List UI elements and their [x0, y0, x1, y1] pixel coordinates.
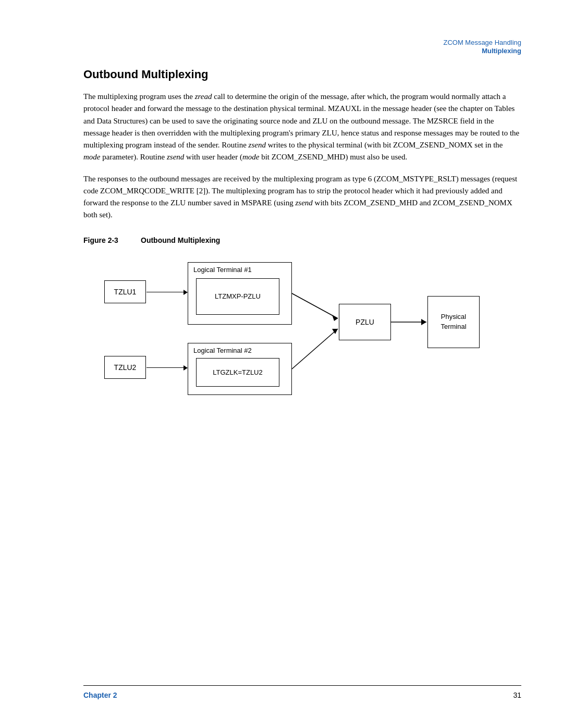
figure-number: Figure 2-3 [83, 236, 141, 244]
footer-chapter: Chapter 2 [83, 691, 117, 699]
figure-label: Figure 2-3 Outbound Multiplexing [83, 236, 521, 244]
svg-line-2 [292, 329, 338, 369]
diagram: Logical Terminal #1 LTZMXP-PZLU Logical … [83, 252, 490, 403]
figure-caption: Outbound Multiplexing [141, 236, 220, 244]
breadcrumb-current: Multiplexing [443, 47, 521, 55]
svg-line-0 [292, 293, 338, 318]
paragraph-2: The responses to the outbound messages a… [83, 173, 521, 221]
paragraph-1: The multiplexing program uses the zread … [83, 91, 521, 164]
breadcrumb-top[interactable]: ZCOM Message Handling [443, 39, 521, 46]
breadcrumb-nav: ZCOM Message Handling Multiplexing [443, 38, 521, 55]
main-content: Outbound Multiplexing The multiplexing p… [83, 68, 521, 403]
footer: Chapter 2 31 [83, 685, 521, 699]
section-title: Outbound Multiplexing [83, 68, 521, 81]
svg-marker-1 [332, 315, 338, 321]
page: ZCOM Message Handling Multiplexing Outbo… [0, 0, 563, 728]
svg-marker-5 [421, 319, 426, 325]
footer-page-number: 31 [513, 691, 521, 699]
diagram-arrows [83, 252, 490, 403]
